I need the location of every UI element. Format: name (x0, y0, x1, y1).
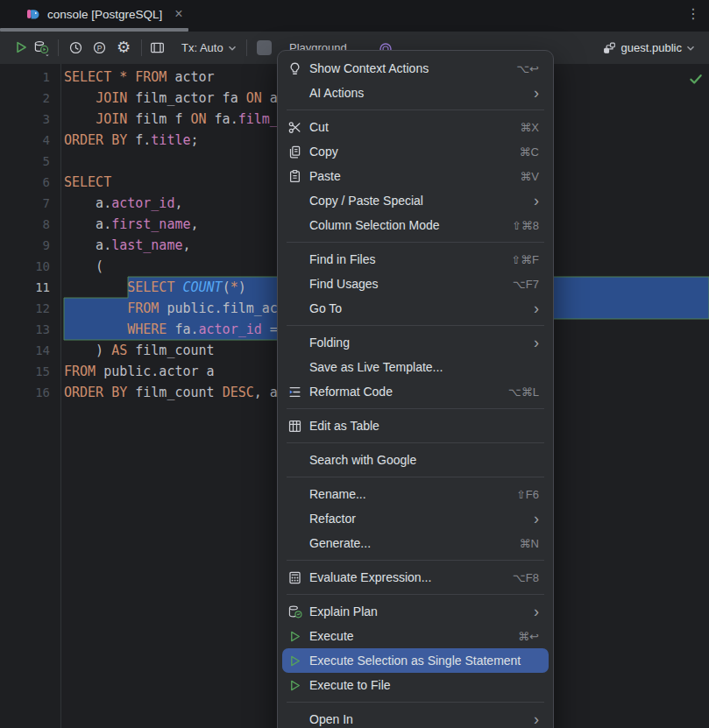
lightbulb-icon (287, 60, 302, 76)
line-number[interactable]: 9 (0, 235, 50, 256)
code-line: JOIN film_actor fa ON ac (64, 88, 286, 109)
menu-item-ai-actions[interactable]: AI Actions› (282, 81, 549, 105)
menu-item-execute-to-file[interactable]: Execute to File (282, 673, 549, 697)
code-token: ( (223, 279, 230, 295)
menu-item-evaluate-expression[interactable]: Evaluate Expression...⌥F8 (282, 565, 549, 590)
history-clock-button[interactable] (65, 37, 86, 58)
line-number[interactable]: 1 (0, 67, 50, 88)
line-number[interactable]: 2 (0, 88, 50, 109)
schema-switcher[interactable]: guest.public (603, 32, 695, 64)
explain-plan-icon (287, 604, 302, 619)
code-token: title (151, 132, 190, 148)
chevron-down-icon (228, 45, 237, 52)
code-token: * (119, 69, 127, 85)
menu-item-cut[interactable]: Cut⌘X (282, 115, 549, 139)
run-button[interactable] (11, 37, 32, 58)
inspections-ok-icon[interactable] (688, 71, 704, 87)
execute-with-database-button[interactable] (31, 37, 52, 58)
menu-item-shortcut: ⇧⌘8 (512, 219, 539, 232)
line-number[interactable]: 13 (0, 319, 50, 340)
active-tab-indicator (0, 28, 188, 32)
menu-item-execute-selection-as-single-statement[interactable]: Execute Selection as Single Statement (282, 648, 549, 673)
line-number[interactable]: 7 (0, 193, 50, 214)
parameters-button[interactable]: P (89, 37, 110, 58)
menu-item-edit-as-table[interactable]: Edit as Table (282, 413, 549, 438)
code-line: SELECT (64, 172, 286, 193)
menu-separator (287, 325, 544, 326)
line-number[interactable]: 16 (0, 382, 50, 403)
settings-gear-button[interactable]: ⚙ (113, 37, 134, 58)
menu-item-rename[interactable]: Rename...⇧F6 (282, 482, 549, 506)
code-text: SELECT * FROM actor JOIN film_actor fa O… (64, 67, 286, 403)
line-number[interactable]: 4 (0, 130, 50, 151)
menu-item-search-with-google[interactable]: Search with Google (282, 448, 549, 472)
menu-item-copy-paste-special[interactable]: Copy / Paste Special› (282, 188, 549, 213)
submenu-arrow-icon: › (534, 512, 539, 525)
editor-context-menu: Show Context Actions⌥↩AI Actions›Cut⌘XCo… (277, 50, 554, 728)
code-token: , (182, 237, 190, 253)
menu-item-column-selection-mode[interactable]: Column Selection Mode⇧⌘8 (282, 213, 549, 237)
chevron-down-icon (686, 45, 695, 52)
menu-item-go-to[interactable]: Go To› (282, 296, 549, 321)
icon-placeholder (287, 85, 302, 101)
code-token: fa. (167, 322, 198, 337)
line-number-gutter: 12345678910111213141516 (0, 67, 50, 403)
tx-mode-dropdown[interactable]: Tx: Auto (181, 32, 237, 64)
line-number[interactable]: 15 (0, 361, 50, 382)
code-line: a.last_name, (64, 235, 286, 256)
menu-item-folding[interactable]: Folding› (282, 330, 549, 355)
code-token: SELECT (127, 279, 174, 295)
menu-item-shortcut: ⌥F8 (513, 571, 539, 584)
menu-item-refactor[interactable]: Refactor› (282, 506, 549, 531)
menu-item-show-context-actions[interactable]: Show Context Actions⌥↩ (282, 56, 549, 81)
in-editor-results-button[interactable] (146, 37, 167, 58)
menu-item-label: Execute to File (309, 678, 539, 692)
menu-item-generate[interactable]: Generate...⌘N (282, 531, 549, 555)
code-token: film_count (127, 385, 222, 400)
code-token: a. (64, 195, 111, 211)
code-token: FROM (64, 364, 96, 379)
code-token: ) (238, 279, 246, 295)
menu-item-find-in-files[interactable]: Find in Files⇧⌘F (282, 247, 549, 272)
stop-button[interactable] (253, 37, 274, 58)
menu-item-shortcut: ⌘↩ (518, 630, 539, 643)
paste-icon (287, 168, 302, 184)
code-token: JOIN (96, 90, 127, 106)
postgresql-console-icon (26, 7, 40, 21)
menu-item-label: Evaluate Expression... (309, 570, 502, 584)
line-number[interactable]: 11 (0, 277, 50, 298)
line-number[interactable]: 6 (0, 172, 50, 193)
close-icon[interactable]: × (174, 7, 182, 21)
menu-item-reformat-code[interactable]: Reformat Code⌥⌘L (282, 379, 549, 404)
menu-item-save-as-live-template[interactable]: Save as Live Template... (282, 355, 549, 379)
line-number[interactable]: 10 (0, 256, 50, 277)
menu-item-copy[interactable]: Copy⌘C (282, 139, 549, 164)
menu-item-label: Execute Selection as Single Statement (309, 654, 539, 668)
menu-item-explain-plan[interactable]: Explain Plan› (282, 599, 549, 624)
menu-item-paste[interactable]: Paste⌘V (282, 164, 549, 188)
menu-separator (287, 477, 544, 477)
line-number[interactable]: 3 (0, 109, 50, 130)
menu-item-execute[interactable]: Execute⌘↩ (282, 624, 549, 648)
line-number[interactable]: 8 (0, 214, 50, 235)
icon-placeholder (287, 711, 302, 727)
line-number[interactable]: 14 (0, 340, 50, 361)
menu-item-find-usages[interactable]: Find Usages⌥F7 (282, 272, 549, 296)
gutter-divider (60, 64, 61, 728)
menu-item-shortcut: ⇧F6 (516, 488, 539, 501)
menu-item-open-in[interactable]: Open In› (282, 707, 549, 728)
line-number[interactable]: 12 (0, 298, 50, 319)
kebab-menu-icon[interactable]: ⋮ (684, 4, 702, 25)
menu-item-label: Execute (309, 629, 507, 643)
code-token (64, 322, 127, 337)
code-token: FROM (127, 300, 159, 316)
submenu-arrow-icon: › (534, 302, 539, 315)
line-number[interactable]: 5 (0, 151, 50, 172)
code-token (127, 69, 135, 85)
code-line: FROM public.film_act (64, 298, 286, 319)
run-icon (287, 677, 302, 693)
run-icon (287, 628, 302, 644)
menu-item-label: Paste (309, 169, 509, 183)
menu-item-label: Cut (309, 120, 509, 134)
tab-console-postgresql[interactable]: console [PostgreSQL] × (0, 0, 188, 28)
